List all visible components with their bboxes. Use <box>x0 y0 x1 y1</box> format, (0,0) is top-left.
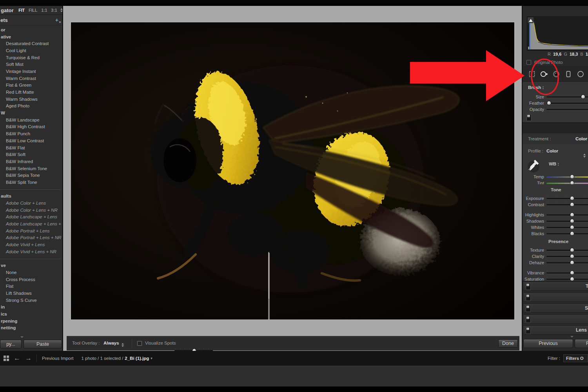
preset-group-header[interactable]: aults <box>0 193 62 200</box>
preset-item[interactable]: Red Lift Matte <box>0 89 62 96</box>
panel-enable-toggle[interactable] <box>526 327 531 334</box>
panel-enable-toggle[interactable] <box>526 305 531 312</box>
preset-group-header[interactable]: ative <box>0 33 62 40</box>
zoom-option-fit[interactable]: FIT <box>18 8 25 13</box>
next-photo-arrow-icon[interactable]: → <box>25 356 32 361</box>
tint-slider[interactable] <box>546 183 588 184</box>
graduated-filter-tool-icon[interactable] <box>564 70 573 78</box>
treatment-value[interactable]: Color <box>575 136 587 141</box>
preset-group-header[interactable]: ics <box>0 310 62 318</box>
saturation-slider[interactable] <box>546 279 588 280</box>
preset-item[interactable]: Soft Mist <box>0 61 62 68</box>
preset-item[interactable]: Adobe Portrait + Lens + NR <box>0 234 62 241</box>
preset-group-header[interactable]: ve <box>0 262 62 269</box>
opacity-slider[interactable] <box>546 109 588 110</box>
collapsed-panel-header[interactable]: Lens C <box>523 325 588 335</box>
preset-item[interactable]: Adobe Landscape + Lens + NR <box>0 220 62 227</box>
collapsed-panel-header[interactable] <box>523 314 588 324</box>
whites-slider-thumb[interactable] <box>570 225 574 229</box>
preset-group-header[interactable]: rpening <box>0 318 62 325</box>
radial-filter-tool-icon[interactable] <box>576 70 585 78</box>
preset-item[interactable]: Strong S Curve <box>0 297 62 304</box>
contrast-slider-thumb[interactable] <box>570 202 574 207</box>
wb-eyedropper-icon[interactable] <box>526 160 541 173</box>
collapsed-panel-header[interactable]: S <box>523 303 588 313</box>
preset-item[interactable]: B&W Soft <box>0 151 62 158</box>
dehaze-slider[interactable] <box>546 262 588 263</box>
preset-item[interactable]: Adobe Color + Lens <box>0 200 62 207</box>
preset-item[interactable]: Adobe Vivid + Lens <box>0 241 62 248</box>
tool-overlay-caret-icon[interactable] <box>122 343 124 347</box>
panel-enable-toggle[interactable] <box>526 283 531 290</box>
tool-overlay-value[interactable]: Always <box>103 341 119 345</box>
preset-item[interactable]: Adobe Landscape + Lens <box>0 214 62 221</box>
brush-panel-toggle[interactable] <box>526 114 532 121</box>
add-preset-button[interactable]: + <box>55 17 62 23</box>
preset-group-header[interactable]: netting <box>0 325 62 332</box>
size-slider[interactable] <box>546 96 588 98</box>
contrast-slider[interactable] <box>546 204 588 205</box>
visualize-spots-checkbox[interactable] <box>137 341 142 346</box>
temp-slider[interactable] <box>546 176 588 178</box>
clarity-slider[interactable] <box>546 256 588 257</box>
preset-item[interactable]: Lift Shadows <box>0 290 62 297</box>
preset-item[interactable]: B&W Low Contrast <box>0 137 62 144</box>
original-photo-checkbox[interactable] <box>526 60 531 65</box>
profile-value[interactable]: Color <box>546 149 558 153</box>
preset-item[interactable]: B&W Split Tone <box>0 179 62 186</box>
preset-item[interactable]: B&W High Contrast <box>0 123 62 131</box>
histogram-panel[interactable] <box>527 16 588 51</box>
shadows-slider[interactable] <box>546 221 588 222</box>
spot-removal-tool-icon[interactable] <box>540 70 548 78</box>
saturation-slider-thumb[interactable] <box>570 277 574 281</box>
exposure-slider-thumb[interactable] <box>570 196 574 200</box>
copy-button[interactable]: py... <box>0 340 22 348</box>
preset-item[interactable]: Cool Light <box>0 47 62 54</box>
preset-item[interactable]: Adobe Vivid + Lens + NR <box>0 248 62 255</box>
filename-caret-icon[interactable]: ▾ <box>151 356 152 360</box>
texture-slider-thumb[interactable] <box>570 248 574 252</box>
grid-view-icon[interactable] <box>4 356 9 361</box>
feather-slider[interactable] <box>546 103 588 104</box>
preset-group-header[interactable]: in <box>0 304 62 311</box>
preset-item[interactable]: None <box>0 269 62 276</box>
preset-item[interactable]: Warm Contrast <box>0 75 62 82</box>
panel-collapse-caret-icon[interactable] <box>570 336 573 338</box>
preset-item[interactable]: Adobe Color + Lens + NR <box>0 207 62 214</box>
clarity-slider-thumb[interactable] <box>570 254 574 258</box>
panel-enable-toggle[interactable] <box>526 294 531 301</box>
vibrance-slider[interactable] <box>546 272 588 274</box>
zoom-option-fill[interactable]: FILL <box>29 8 37 13</box>
blacks-slider[interactable] <box>546 233 588 234</box>
crop-tool-icon[interactable] <box>528 70 536 78</box>
collapsed-panel-header[interactable]: T <box>523 281 588 291</box>
preset-item[interactable]: B&W Sepia Tone <box>0 172 62 179</box>
preset-item[interactable]: Cross Process <box>0 276 62 283</box>
preset-item[interactable]: B&W Landscape <box>0 116 62 123</box>
presets-header[interactable]: ets + <box>0 15 62 25</box>
current-filename[interactable]: 2_Bi (1).jpg <box>125 356 149 361</box>
collapsed-panel-header[interactable] <box>523 292 588 302</box>
profile-caret-icon[interactable] <box>583 154 586 158</box>
red-eye-tool-icon[interactable] <box>552 70 561 78</box>
panel-enable-toggle[interactable] <box>526 316 531 323</box>
preset-item[interactable]: Adobe Portrait + Lens <box>0 227 62 234</box>
photo-canvas[interactable] <box>71 22 514 319</box>
dehaze-slider-thumb[interactable] <box>570 260 574 265</box>
done-button[interactable]: Done <box>498 339 518 348</box>
preset-item[interactable]: Desaturated Contrast <box>0 40 62 47</box>
highlights-slider[interactable] <box>546 214 588 216</box>
size-slider-thumb[interactable] <box>581 94 585 99</box>
preset-group-header[interactable]: or <box>0 26 62 33</box>
reset-button[interactable]: Res <box>575 339 588 348</box>
feather-slider-thumb[interactable] <box>547 101 551 105</box>
filmstrip-area[interactable] <box>0 366 588 387</box>
zoom-ratio-caret-icon[interactable] <box>60 8 62 12</box>
previous-photo-arrow-icon[interactable]: ← <box>14 356 20 361</box>
preset-item[interactable]: B&W Infrared <box>0 158 62 165</box>
preset-item[interactable]: B&W Flat <box>0 144 62 151</box>
shadows-slider-thumb[interactable] <box>570 219 574 223</box>
panel-collapse-caret-icon[interactable] <box>20 336 24 338</box>
blacks-slider-thumb[interactable] <box>570 231 574 236</box>
zoom-option-1-1[interactable]: 1:1 <box>41 8 47 13</box>
